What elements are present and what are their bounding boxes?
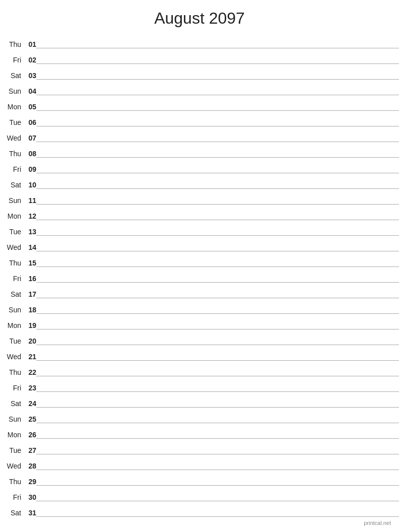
day-line-cell — [36, 189, 399, 205]
day-line-cell — [36, 423, 399, 439]
day-name: Thu — [0, 361, 21, 376]
calendar-row: Tue13 — [0, 220, 399, 236]
day-line-cell — [36, 220, 399, 236]
day-number: 14 — [21, 236, 36, 251]
calendar-row: Wed14 — [0, 236, 399, 251]
day-number: 23 — [21, 376, 36, 392]
day-name: Mon — [0, 205, 21, 220]
day-line-cell — [36, 345, 399, 361]
day-line-cell — [36, 298, 399, 314]
day-name: Sun — [0, 298, 21, 314]
day-number: 15 — [21, 251, 36, 267]
calendar-row: Sat10 — [0, 173, 399, 189]
day-number: 06 — [21, 111, 36, 126]
day-line-cell — [36, 142, 399, 158]
day-name: Wed — [0, 126, 21, 142]
calendar-row: Thu15 — [0, 251, 399, 267]
calendar-row: Tue20 — [0, 329, 399, 345]
day-name: Sat — [0, 64, 21, 80]
day-line-cell — [36, 158, 399, 173]
day-number: 13 — [21, 220, 36, 236]
day-name: Sat — [0, 173, 21, 189]
day-number: 11 — [21, 189, 36, 205]
day-line-cell — [36, 236, 399, 251]
day-line-cell — [36, 486, 399, 501]
day-number: 05 — [21, 95, 36, 111]
day-name: Sun — [0, 189, 21, 205]
day-number: 19 — [21, 314, 36, 329]
day-name: Fri — [0, 486, 21, 501]
day-name: Fri — [0, 267, 21, 283]
day-number: 08 — [21, 142, 36, 158]
day-number: 01 — [21, 33, 36, 48]
day-line-cell — [36, 376, 399, 392]
day-name: Mon — [0, 95, 21, 111]
day-name: Sun — [0, 408, 21, 423]
calendar-row: Fri30 — [0, 486, 399, 501]
day-number: 30 — [21, 486, 36, 501]
calendar-row: Mon19 — [0, 314, 399, 329]
calendar-row: Sun04 — [0, 80, 399, 95]
day-line-cell — [36, 439, 399, 454]
day-line-cell — [36, 329, 399, 345]
day-name: Fri — [0, 376, 21, 392]
calendar-row: Thu22 — [0, 361, 399, 376]
day-number: 09 — [21, 158, 36, 173]
day-number: 07 — [21, 126, 36, 142]
day-line-cell — [36, 126, 399, 142]
day-name: Tue — [0, 220, 21, 236]
day-number: 18 — [21, 298, 36, 314]
calendar-row: Mon12 — [0, 205, 399, 220]
day-line-cell — [36, 173, 399, 189]
day-line-cell — [36, 33, 399, 48]
day-number: 21 — [21, 345, 36, 361]
calendar-row: Sat24 — [0, 392, 399, 408]
day-name: Tue — [0, 329, 21, 345]
day-line-cell — [36, 205, 399, 220]
day-name: Wed — [0, 236, 21, 251]
calendar-row: Fri09 — [0, 158, 399, 173]
day-name: Fri — [0, 48, 21, 64]
day-line-cell — [36, 470, 399, 486]
day-number: 24 — [21, 392, 36, 408]
day-line-cell — [36, 408, 399, 423]
calendar-row: Mon05 — [0, 95, 399, 111]
day-name: Thu — [0, 470, 21, 486]
calendar-row: Wed28 — [0, 454, 399, 470]
day-name: Thu — [0, 251, 21, 267]
day-line-cell — [36, 64, 399, 80]
calendar-row: Fri23 — [0, 376, 399, 392]
day-number: 27 — [21, 439, 36, 454]
day-number: 17 — [21, 283, 36, 298]
calendar-row: Sat03 — [0, 64, 399, 80]
day-number: 12 — [21, 205, 36, 220]
day-number: 03 — [21, 64, 36, 80]
day-name: Wed — [0, 454, 21, 470]
calendar-row: Tue27 — [0, 439, 399, 454]
day-line-cell — [36, 267, 399, 283]
footer-text: printcal.net — [364, 520, 391, 526]
day-name: Mon — [0, 423, 21, 439]
day-line-cell — [36, 501, 399, 517]
calendar-row: Wed21 — [0, 345, 399, 361]
day-line-cell — [36, 80, 399, 95]
day-name: Tue — [0, 439, 21, 454]
calendar-row: Sat17 — [0, 283, 399, 298]
calendar-row: Mon26 — [0, 423, 399, 439]
calendar-row: Sun25 — [0, 408, 399, 423]
day-name: Wed — [0, 345, 21, 361]
calendar-row: Tue06 — [0, 111, 399, 126]
day-line-cell — [36, 95, 399, 111]
day-number: 02 — [21, 48, 36, 64]
day-name: Sat — [0, 392, 21, 408]
day-name: Mon — [0, 314, 21, 329]
day-number: 28 — [21, 454, 36, 470]
day-line-cell — [36, 111, 399, 126]
day-name: Thu — [0, 142, 21, 158]
day-name: Sun — [0, 80, 21, 95]
calendar-row: Fri02 — [0, 48, 399, 64]
calendar-row: Wed07 — [0, 126, 399, 142]
day-number: 04 — [21, 80, 36, 95]
day-name: Sat — [0, 283, 21, 298]
day-number: 29 — [21, 470, 36, 486]
